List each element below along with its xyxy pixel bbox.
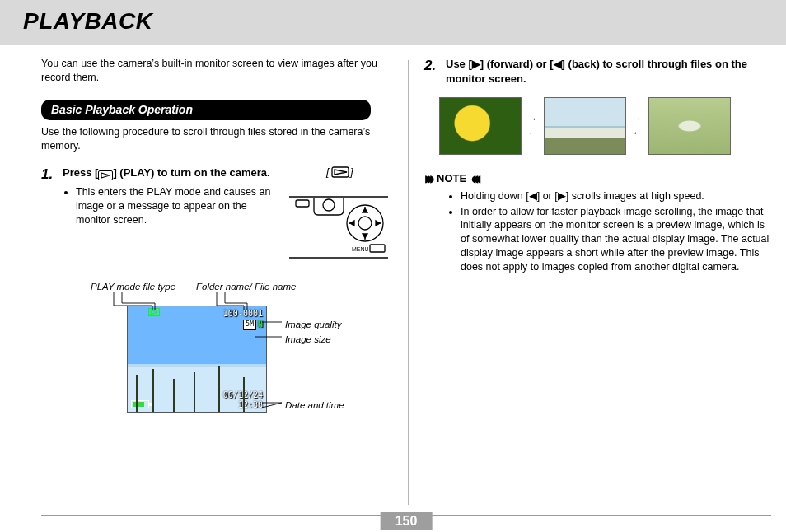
svg-text:[: [	[325, 166, 330, 178]
svg-rect-5	[296, 200, 309, 207]
step-2-text: Use [▶] (forward) or [◀] (back) to scrol…	[446, 57, 771, 86]
sample-image-dragonfly	[648, 97, 731, 155]
svg-marker-0	[101, 173, 110, 178]
step-1: 1. Press [] (PLAY) to turn on the camera…	[41, 166, 278, 227]
section-description: Use the following procedure to scroll th…	[41, 125, 388, 153]
svg-marker-3	[335, 170, 347, 175]
svg-marker-12	[376, 221, 380, 226]
camera-diagram: [ ]	[289, 166, 388, 264]
step-1-text-a: Press [	[63, 166, 98, 179]
svg-marker-9	[363, 208, 367, 212]
arrow-left-icon: ←	[633, 128, 642, 138]
svg-text:]: ]	[349, 166, 353, 178]
title-bar: PLAYBACK	[0, 0, 786, 45]
step-1-text-b: ] (PLAY) to turn on the camera.	[113, 166, 269, 179]
note-list: Holding down [◀] or [▶] scrolls images a…	[449, 189, 771, 274]
note-ornament-right-icon: ◖◖◖	[471, 172, 479, 185]
step-1-number: 1.	[41, 166, 58, 227]
sample-image-mountain	[544, 97, 626, 155]
arrow-right-icon: →	[528, 114, 537, 124]
step-2: 2. Use [▶] (forward) or [◀] (back) to sc…	[424, 57, 771, 86]
right-column: 2. Use [▶] (forward) or [◀] (back) to sc…	[424, 57, 771, 454]
note-heading: ◗◗◗ NOTE ◖◖◖	[424, 171, 771, 186]
sample-image-flower	[439, 97, 522, 155]
svg-marker-10	[363, 234, 367, 238]
svg-point-6	[323, 199, 335, 211]
intro-text: You can use the camera’s built-in monito…	[41, 57, 388, 85]
note-ornament-left-icon: ◗◗◗	[424, 172, 432, 185]
page-footer: 150	[41, 515, 771, 516]
annotation-lines	[64, 281, 394, 454]
step-1-sub: This enters the PLAY mode and causes an …	[63, 185, 278, 227]
step-2-number: 2.	[424, 57, 441, 86]
manual-page: PLAYBACK You can use the camera’s built-…	[0, 0, 786, 532]
column-divider	[408, 60, 409, 505]
arrow-group-2: → ←	[633, 114, 642, 138]
svg-marker-11	[350, 221, 354, 226]
arrow-group-1: → ←	[528, 114, 537, 138]
scroll-figures: → ← → ←	[439, 97, 771, 155]
note-item: Holding down [◀] or [▶] scrolls images a…	[461, 189, 771, 203]
content-area: You can use the camera’s built-in monito…	[0, 45, 786, 454]
play-icon	[98, 170, 113, 180]
svg-point-8	[358, 217, 372, 230]
arrow-left-icon: ←	[528, 128, 537, 138]
left-column: You can use the camera’s built-in monito…	[41, 57, 388, 454]
step-1-row: 1. Press [] (PLAY) to turn on the camera…	[41, 166, 388, 264]
annotated-screenshot: PLAY mode file type Folder name/ File na…	[64, 281, 388, 454]
svg-text:MENU: MENU	[352, 246, 369, 252]
section-heading: Basic Playback Operation	[41, 100, 371, 120]
page-title: PLAYBACK	[23, 8, 786, 35]
arrow-right-icon: →	[633, 114, 642, 124]
note-label: NOTE	[437, 171, 466, 186]
note-item: In order to allow for faster playback im…	[461, 205, 771, 274]
step-1-bullet: This enters the PLAY mode and causes an …	[76, 185, 278, 227]
svg-rect-14	[370, 245, 385, 252]
step-1-body: Press [] (PLAY) to turn on the camera. T…	[63, 166, 278, 227]
page-number: 150	[381, 512, 433, 530]
